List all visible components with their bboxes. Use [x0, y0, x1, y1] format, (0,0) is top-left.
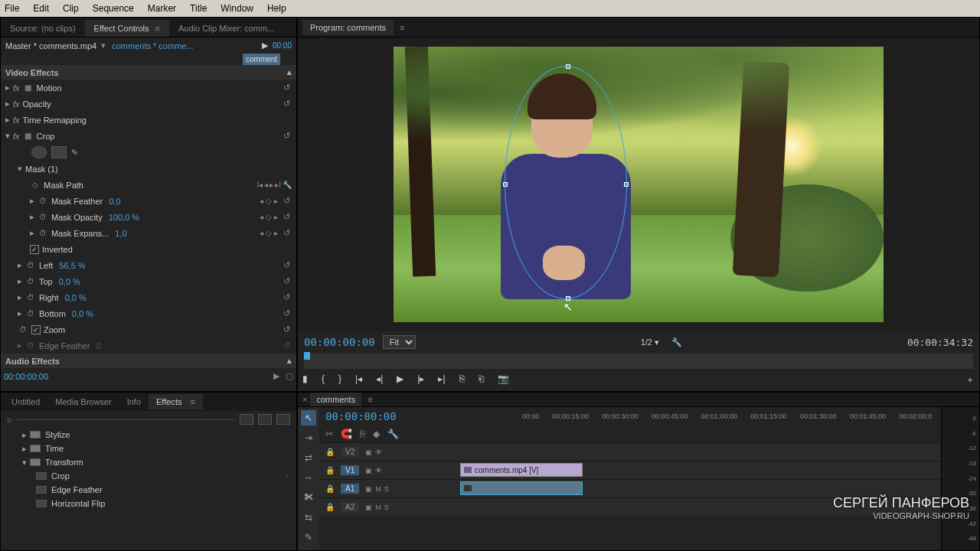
program-menu-icon[interactable]: ≡	[400, 23, 404, 32]
close-icon[interactable]: ×	[302, 395, 307, 404]
tree-stylize[interactable]: ▸Stylize	[1, 428, 296, 442]
tab-info[interactable]: Info	[119, 394, 149, 409]
tab-effect-controls[interactable]: Effect Controls≡	[85, 20, 169, 37]
step-forward-icon[interactable]: |▸	[417, 373, 424, 386]
export-frame-icon[interactable]: 📷	[498, 373, 509, 386]
menu-window[interactable]: Window	[220, 3, 253, 14]
ec-top[interactable]: ▸⏱Top0,0 %↺	[1, 273, 296, 289]
lock-icon[interactable]: 🔒	[325, 466, 335, 474]
marker-icon[interactable]: ◆	[373, 429, 380, 439]
timeline-menu-icon[interactable]: ≡	[368, 395, 372, 404]
menu-sequence[interactable]: Sequence	[93, 3, 134, 14]
zoom-select[interactable]: Fit	[383, 335, 416, 349]
ec-clip-label[interactable]: comments * comme...	[112, 41, 193, 51]
selection-tool-icon[interactable]: ↖	[301, 410, 316, 425]
ec-mask-path[interactable]: ◇Mask PathI◂◂▸▸I🔧	[1, 177, 296, 193]
program-scrubber[interactable]	[304, 354, 973, 369]
ec-play-icon[interactable]: ▶	[262, 41, 268, 51]
track-select-tool-icon[interactable]: ⇥	[301, 430, 316, 445]
play-icon[interactable]: ▶	[397, 373, 403, 386]
search-icon[interactable]: ⌕	[7, 415, 12, 424]
ec-mask-feather[interactable]: ▸⏱Mask Feather0,0◂ ◇ ▸↺	[1, 193, 296, 209]
panel-menu-icon[interactable]: ≡	[155, 24, 160, 33]
lock-icon[interactable]: 🔒	[325, 448, 335, 456]
ec-icon-2[interactable]: ▢	[286, 371, 293, 381]
ec-inverted[interactable]: ✓Inverted	[1, 241, 296, 257]
panel-menu-icon[interactable]: ≡	[188, 397, 194, 406]
crop-mask-outline[interactable]	[505, 66, 627, 299]
menu-file[interactable]: File	[5, 3, 19, 14]
settings-icon[interactable]: 🔧	[671, 337, 682, 347]
menu-clip[interactable]: Clip	[63, 3, 79, 14]
ec-video-effects-header[interactable]: Video Effects▴	[1, 65, 296, 80]
tree-horizontal-flip[interactable]: Horizontal Flip	[1, 497, 296, 510]
ec-motion[interactable]: ▸fx▦Motion↺	[1, 80, 296, 96]
ec-zoom[interactable]: ⏱✓Zoom↺	[1, 321, 296, 337]
lift-icon[interactable]: ⎘	[459, 373, 465, 386]
tree-crop[interactable]: Crop▫	[1, 469, 296, 483]
preview-canvas[interactable]: ↖	[394, 47, 884, 322]
resolution-select[interactable]: 1/2 ▾	[641, 337, 659, 347]
tab-source[interactable]: Source: (no clips)	[1, 20, 85, 37]
ec-mask-opacity[interactable]: ▸⏱Mask Opacity100,0 %◂ ◇ ▸↺	[1, 209, 296, 225]
ec-mask[interactable]: ▾Mask (1)	[1, 161, 296, 177]
timeline-timecode[interactable]: 00:00:00:00	[325, 410, 397, 422]
tab-effects[interactable]: Effects ≡	[149, 394, 203, 409]
lock-icon[interactable]: 🔒	[325, 503, 335, 511]
tree-transform[interactable]: ▾Transform	[1, 455, 296, 469]
wrench-icon[interactable]: 🔧	[387, 429, 399, 439]
ec-left[interactable]: ▸⏱Left56,5 %↺	[1, 257, 296, 273]
rate-tool-icon[interactable]: ↔	[301, 470, 316, 485]
tree-time[interactable]: ▸Time	[1, 442, 296, 455]
program-timecode[interactable]: 00:00:00:00	[304, 336, 375, 348]
extract-icon[interactable]: ⎗	[479, 373, 484, 386]
nest-icon[interactable]: ✂	[325, 429, 333, 439]
ellipse-mask-icon[interactable]	[31, 146, 47, 158]
ec-right[interactable]: ▸⏱Right0,0 %↺	[1, 289, 296, 305]
tab-audio-mixer[interactable]: Audio Clip Mixer: comm...	[169, 20, 283, 37]
add-button-icon[interactable]: ＋	[965, 373, 975, 386]
clip-audio[interactable]	[460, 481, 583, 495]
ec-audio-effects-header[interactable]: Audio Effects▴	[1, 354, 296, 368]
clip-video[interactable]: comments.mp4 [V]	[460, 463, 583, 477]
playhead-icon[interactable]	[304, 352, 310, 360]
ec-edge-feather[interactable]: ▸⏱Edge Feather0↺	[1, 337, 296, 354]
track-v1[interactable]: 🔒V1▣👁 comments.mp4 [V]	[319, 461, 941, 479]
timeline-ruler[interactable]: 00:0000:00:15:0000:00:30:0000:00:45:0000…	[519, 412, 935, 420]
fx-badge-3-icon[interactable]	[276, 414, 290, 425]
linked-icon[interactable]: ⎘	[360, 429, 365, 439]
menu-edit[interactable]: Edit	[33, 3, 49, 14]
slip-tool-icon[interactable]: ⇆	[301, 510, 316, 525]
fx-badge-1-icon[interactable]	[240, 414, 253, 425]
menubar[interactable]: File Edit Clip Sequence Marker Title Win…	[0, 0, 980, 17]
go-to-out-icon[interactable]: ▸|	[438, 373, 445, 386]
snap-icon[interactable]: 🧲	[341, 429, 352, 439]
ec-opacity[interactable]: ▸fxOpacity↺	[1, 96, 296, 112]
fx-badge-2-icon[interactable]	[258, 414, 272, 425]
out-point-icon[interactable]: }	[338, 373, 341, 386]
program-title[interactable]: Program: comments	[302, 20, 394, 35]
search-input[interactable]	[17, 419, 235, 420]
tab-untitled[interactable]: Untitled	[4, 394, 47, 409]
ec-crop[interactable]: ▾fx▦Crop↺	[1, 128, 296, 144]
menu-marker[interactable]: Marker	[148, 3, 176, 14]
ec-bottom[interactable]: ▸⏱Bottom0,0 %↺	[1, 305, 296, 321]
go-to-in-icon[interactable]: |◂	[355, 373, 362, 386]
step-back-icon[interactable]: ◂|	[376, 373, 383, 386]
razor-tool-icon[interactable]: ✀	[301, 490, 316, 505]
track-v2[interactable]: 🔒V2▣👁	[319, 442, 941, 461]
pen-mask-icon[interactable]: ✎	[71, 148, 78, 158]
mark-in-icon[interactable]: ▮	[302, 373, 308, 386]
ripple-tool-icon[interactable]: ⇄	[301, 450, 316, 465]
rect-mask-icon[interactable]	[51, 146, 67, 158]
menu-title[interactable]: Title	[190, 3, 207, 14]
ec-time-remapping[interactable]: ▸fxTime Remapping	[1, 112, 296, 128]
ec-icon-1[interactable]: ▶	[273, 371, 279, 381]
tab-media-browser[interactable]: Media Browser	[47, 394, 119, 409]
sequence-name[interactable]: comments	[310, 393, 361, 406]
preview-area[interactable]: ↖	[298, 37, 979, 331]
menu-help[interactable]: Help	[267, 3, 286, 14]
tree-edge-feather[interactable]: Edge Feather	[1, 483, 296, 497]
lock-icon[interactable]: 🔒	[325, 484, 335, 493]
in-point-icon[interactable]: {	[322, 373, 325, 386]
